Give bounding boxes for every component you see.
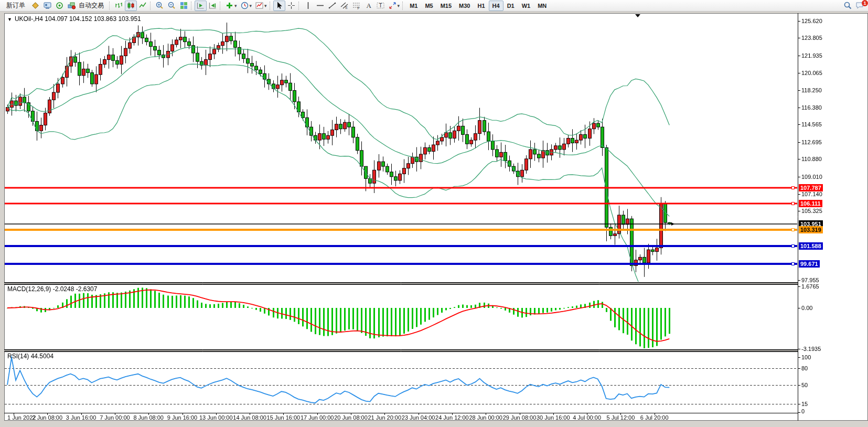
search-button[interactable] [842,1,854,11]
vertical-line-button[interactable] [302,1,314,11]
search-icon [843,1,852,10]
price-badge: 99.671 [799,260,820,268]
fibonacci-icon: F [352,1,361,10]
panel-splitter-macd[interactable] [4,283,798,284]
tile-windows-icon [179,1,188,10]
channel-button[interactable]: E [338,1,350,11]
price-badge: 106.111 [799,200,822,207]
bar-chart-button[interactable] [113,1,125,11]
timeframe-button-h1[interactable]: H1 [474,1,489,11]
auto-scroll-button[interactable] [195,1,207,11]
date-label: 5 Jul 12:00 [606,414,635,421]
price-badge: 107.787 [799,184,823,191]
timeframe-button-m1[interactable]: M1 [406,1,421,11]
signals-icon [55,1,64,10]
candlestick-icon [126,1,135,10]
market-watch-button[interactable] [29,1,41,11]
new-order-button[interactable]: 新订单 [2,1,29,11]
panel-splitter-rsi[interactable] [4,350,798,351]
timeframe-button-m30[interactable]: M30 [455,1,474,11]
channel-icon: E [340,1,349,10]
periods-icon [240,1,249,10]
trendline-button[interactable] [326,1,338,11]
date-label: 8 Jun 08:00 [133,414,164,421]
macd-tick-label: -3.1935 [801,346,821,352]
line-chart-icon [138,1,147,10]
new-order-label: 新订单 [4,1,28,10]
chart-ohlc-values: 104.097 104.152 103.863 103.951 [45,15,141,23]
toolbar-separator [150,2,153,10]
toolbar-separator [270,2,272,10]
periods-button[interactable]: ▾ [239,1,254,11]
timeframe-button-h4[interactable]: H4 [489,1,503,11]
timeframe-button-w1[interactable]: W1 [518,1,534,11]
label-button[interactable]: T [374,1,387,11]
date-label: 14 Jun 08:00 [233,414,266,421]
toolbar-separator [298,2,301,10]
rsi-tick-label: 100 [801,354,811,360]
text-button[interactable]: A [362,1,374,11]
indicators-button[interactable]: ▾ [223,1,239,11]
notifications-button[interactable]: 1 [854,1,866,11]
macd-tick-label: 0.00 [801,305,812,311]
price-tick-label: 107.140 [801,191,822,197]
date-label: 6 Jul 20:00 [640,414,669,421]
autotrade-icon [67,1,76,10]
fibonacci-button[interactable]: F [350,1,362,11]
horizontal-line-icon [316,1,325,10]
zoom-in-icon [155,1,164,10]
date-label: 7 Jun 00:00 [100,414,130,421]
date-label: 28 Jun 00:00 [469,414,502,421]
bar-chart-icon [114,1,123,10]
zoom-in-button[interactable] [154,1,166,11]
svg-text:T: T [379,3,382,8]
price-tick-label: 118.250 [801,87,822,93]
date-label: 23 Jun 04:00 [402,414,435,421]
cursor-button[interactable] [273,1,285,11]
zoom-out-button[interactable] [166,1,178,11]
rsi-tick-label: 80 [801,365,808,371]
chart-canvas[interactable] [0,0,868,427]
timeframe-button-d1[interactable]: D1 [503,1,518,11]
templates-button[interactable]: ▾ [253,1,269,11]
date-label: 15 Jun 16:00 [267,414,301,421]
tile-windows-button[interactable] [178,1,190,11]
price-tick-label: 116.380 [801,104,822,111]
timeframe-button-m5[interactable]: M5 [421,1,436,11]
autotrade-label: 自动交易 [76,1,106,10]
terminal-button[interactable] [41,1,53,11]
svg-text:A: A [366,2,371,9]
price-tick-label: 105.325 [801,208,822,214]
autotrade-button[interactable]: 自动交易 [66,1,108,11]
signals-button[interactable] [53,1,66,11]
label-icon: T [376,1,385,10]
line-chart-button[interactable] [137,1,149,11]
templates-icon [255,1,264,10]
date-label: 1 Jun 2022 [7,414,36,421]
chevron-down-icon: ▾ [250,3,252,8]
market-watch-icon [31,1,40,10]
rsi-tick-label: 15 [801,401,808,407]
price-badge: 103.319 [799,226,823,233]
chart-shift-button[interactable] [207,1,219,11]
timeframe-button-mn[interactable]: MN [534,1,550,11]
text-icon: A [364,1,373,10]
date-label: 2 Jun 08:00 [33,414,63,421]
collapse-arrow-icon[interactable]: ▼ [7,17,12,22]
date-label: 4 Jul 00:00 [573,414,601,421]
price-tick-label: 110.880 [801,156,822,162]
crosshair-button[interactable] [285,1,297,11]
horizontal-line-button[interactable] [314,1,326,11]
price-tick-label: 97.955 [801,277,819,283]
macd-indicator-label: MACD(12,26,9) -2.0248 -2.6307 [7,285,97,293]
timeframe-button-m15[interactable]: M15 [437,1,455,11]
arrows-icon [388,1,397,10]
toolbar-separator [109,2,112,10]
price-tick-label: 120.065 [801,70,822,76]
chart-title: ▼UKOil-,H4 104.097 104.152 103.863 103.9… [7,15,141,23]
arrows-button[interactable]: ▾ [387,1,402,11]
date-label: 29 Jun 08:00 [503,414,537,421]
candlestick-button[interactable] [125,1,137,11]
toolbar-right-group: 1 [842,1,866,11]
price-tick-label: 109.010 [801,174,822,180]
